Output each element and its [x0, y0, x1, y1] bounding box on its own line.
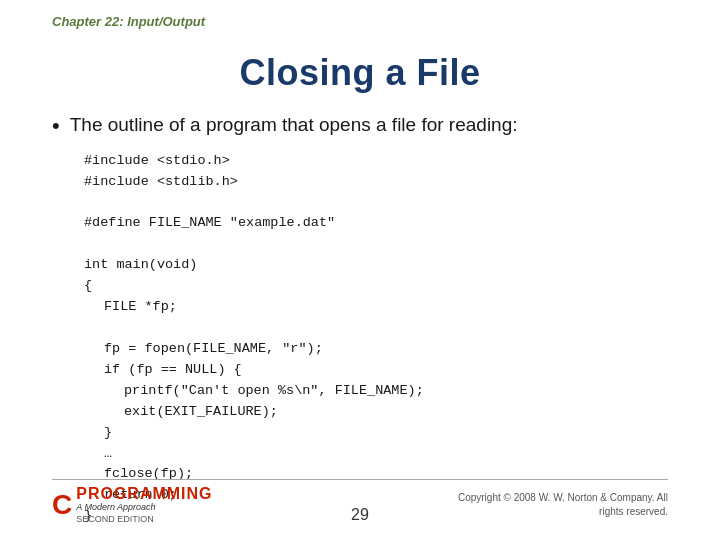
chapter-label: Chapter 22: Input/Output [52, 14, 205, 29]
bullet-dot: • [52, 112, 60, 141]
logo-subtitle: A Modern Approach [76, 502, 212, 513]
code-line [84, 318, 668, 339]
code-line: #include <stdio.h> [84, 151, 668, 172]
code-line: int main(void) [84, 255, 668, 276]
code-line: #define FILE_NAME "example.dat" [84, 213, 668, 234]
footer: C PROGRAMMING A Modern Approach SECOND E… [0, 486, 720, 524]
code-line: fclose(fp); [84, 464, 668, 485]
logo-main: C PROGRAMMING A Modern Approach SECOND E… [52, 486, 213, 524]
footer-copyright: Copyright © 2008 W. W. Norton & Company.… [448, 491, 668, 519]
logo-programming: PROGRAMMING [76, 486, 212, 502]
logo-text-block: PROGRAMMING A Modern Approach SECOND EDI… [76, 486, 212, 524]
code-line: if (fp == NULL) { [84, 360, 668, 381]
page-number: 29 [351, 506, 369, 524]
code-line: #include <stdlib.h> [84, 172, 668, 193]
code-line: exit(EXIT_FAILURE); [84, 402, 668, 423]
code-line [84, 234, 668, 255]
code-line: } [84, 423, 668, 444]
bullet-point: • The outline of a program that opens a … [52, 112, 668, 141]
slide: Chapter 22: Input/Output Closing a File … [0, 0, 720, 540]
code-line: printf("Can't open %s\n", FILE_NAME); [84, 381, 668, 402]
code-line: fp = fopen(FILE_NAME, "r"); [84, 339, 668, 360]
bullet-section: • The outline of a program that opens a … [0, 112, 720, 527]
logo-c-letter: C [52, 491, 72, 519]
code-line: … [84, 444, 668, 465]
divider-bar [52, 479, 668, 480]
code-block: #include <stdio.h> #include <stdlib.h> #… [84, 151, 668, 528]
code-line: { [84, 276, 668, 297]
footer-logo: C PROGRAMMING A Modern Approach SECOND E… [52, 486, 213, 524]
code-line [84, 192, 668, 213]
logo-edition: SECOND EDITION [76, 514, 212, 524]
code-line: FILE *fp; [84, 297, 668, 318]
bullet-text: The outline of a program that opens a fi… [70, 112, 518, 139]
